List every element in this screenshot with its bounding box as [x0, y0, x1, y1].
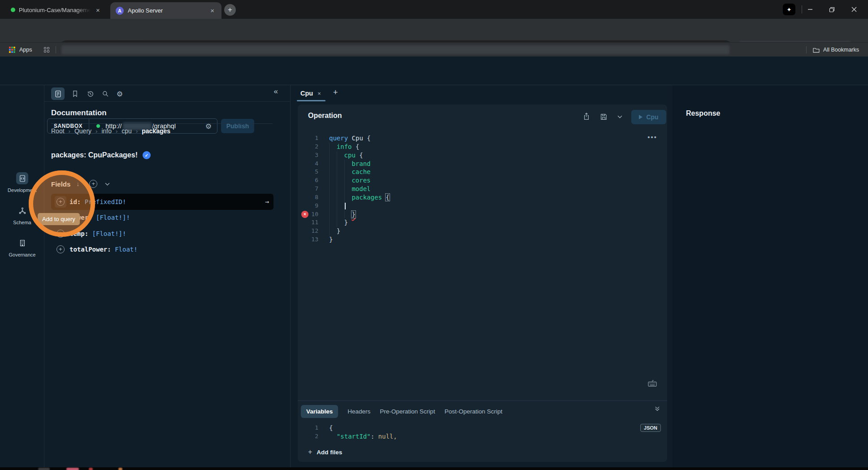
window-restore-button[interactable]	[824, 3, 839, 16]
code-line: 1query Cpu {	[298, 134, 667, 143]
add-to-query-icon[interactable]: +	[56, 230, 65, 238]
apps-label[interactable]: Apps	[19, 47, 32, 53]
indent-guide	[329, 185, 337, 193]
field-row[interactable]: +temp: [Float!]!	[51, 226, 273, 242]
indent-guide	[337, 160, 344, 168]
taskbar-item	[66, 468, 79, 470]
sidebar-item-governance[interactable]: Governance	[0, 237, 44, 257]
bookmarks-separator	[806, 46, 807, 53]
save-icon[interactable]	[600, 113, 608, 121]
plus-icon: +	[308, 448, 312, 456]
goto-field-arrow-icon[interactable]: →	[265, 198, 269, 206]
active-tab-indicator	[297, 100, 326, 101]
indent-guide	[329, 151, 337, 160]
text-cursor	[345, 203, 346, 209]
tab-close-icon[interactable]: ×	[208, 6, 216, 15]
taskbar-item	[118, 468, 122, 470]
field-row[interactable]: +id: PrefixedID!→	[51, 194, 273, 210]
indent-guide	[329, 143, 337, 151]
indent-guide	[329, 218, 337, 227]
field-name: id:	[69, 198, 85, 205]
code-line: 13}	[298, 235, 667, 244]
tab-title: Apollo Server	[128, 7, 204, 14]
apps-grid-icon[interactable]	[9, 47, 15, 53]
collapse-bottom-panel-icon[interactable]	[655, 406, 660, 411]
screen: Plutonium-Case/ManagementA × A Apollo Se…	[0, 0, 868, 470]
breadcrumb-item[interactable]: Query	[74, 127, 91, 135]
code-line: 8packages {	[298, 193, 667, 202]
code-line: 4brand	[298, 160, 667, 168]
settings-gear-icon[interactable]: ⚙	[113, 87, 126, 100]
search-icon[interactable]	[99, 87, 112, 100]
indent-guide	[337, 210, 344, 219]
field-type[interactable]: PrefixedID!	[85, 198, 126, 205]
code-line: 2 "startId": null,	[298, 432, 629, 441]
sidebar-item-label: Governance	[9, 252, 36, 257]
breadcrumb-item[interactable]: info	[101, 127, 112, 135]
window-minimize-button[interactable]	[803, 3, 818, 16]
tab-groups-icon[interactable]	[44, 47, 49, 52]
window-close-button[interactable]	[846, 3, 862, 16]
browser-assistant-sparkle-icon[interactable]: ✦	[783, 4, 795, 15]
tab-pre-operation-script[interactable]: Pre-Operation Script	[380, 408, 435, 415]
breadcrumb-item[interactable]: cpu	[122, 127, 132, 135]
run-operation-button[interactable]: Cpu	[631, 110, 666, 124]
breadcrumb-item[interactable]: Root	[51, 127, 65, 135]
operation-card: Operation Cpu ••• 1query Cpu {2info {3cp…	[298, 104, 667, 462]
line-number: 11	[298, 218, 329, 227]
apollo-header: A SANDBOX http:// /graphql ⚙ Publish ? L…	[0, 57, 868, 85]
operation-tab-cpu[interactable]: Cpu ×	[300, 90, 321, 97]
sort-down-arrow-icon[interactable]: ↓	[76, 180, 79, 187]
field-row[interactable]: +power: [Float!]!	[51, 210, 273, 226]
add-to-query-icon[interactable]: +	[56, 245, 65, 253]
documentation-tab-icon[interactable]	[51, 87, 65, 100]
save-options-chevron-icon[interactable]	[617, 115, 622, 118]
field-row[interactable]: +totalPower: Float!	[51, 242, 273, 258]
line-number: 1	[298, 134, 329, 143]
breadcrumb-separator-icon: ›	[95, 128, 97, 135]
browser-tab-plutonium[interactable]: Plutonium-Case/ManagementA ×	[6, 3, 108, 17]
schema-icon	[16, 205, 28, 217]
variables-json-editor[interactable]: 1{2 "startId": null,	[298, 424, 629, 444]
breadcrumb-item[interactable]: packages	[142, 127, 170, 135]
tab-post-operation-script[interactable]: Post-Operation Script	[444, 408, 502, 415]
add-all-fields-icon[interactable]: +	[89, 180, 97, 188]
browser-toolbar: ← → ↻ ⚠Not secure /graphql ☆	[0, 19, 868, 42]
add-files-button[interactable]: + Add files	[298, 444, 667, 460]
code-line: ×10}	[298, 210, 667, 219]
all-bookmarks-button[interactable]: All Bookmarks	[806, 43, 859, 57]
error-badge-icon[interactable]: ×	[301, 211, 308, 218]
chevron-down-icon[interactable]	[105, 183, 110, 186]
field-name: temp:	[69, 230, 92, 237]
tab-variables[interactable]: Variables	[301, 405, 338, 418]
bookmarks-separator	[56, 46, 56, 53]
tab-title: Plutonium-Case/ManagementA	[19, 7, 91, 13]
taskbar-item	[38, 468, 50, 470]
keyboard-shortcuts-icon[interactable]	[647, 379, 657, 387]
collapse-panel-icon[interactable]: «	[274, 87, 278, 96]
tab-close-icon[interactable]: ×	[94, 6, 102, 14]
line-number: 7	[298, 185, 329, 193]
format-badge: JSON	[640, 424, 661, 432]
sidebar-item-development[interactable]: Development	[0, 172, 44, 193]
new-tab-button[interactable]: +	[224, 4, 236, 16]
field-type[interactable]: [Float!]!	[92, 230, 126, 237]
indent-guide	[329, 176, 337, 185]
indent-guide	[337, 151, 344, 160]
field-type[interactable]: Float!	[115, 246, 138, 253]
line-number: 1	[298, 424, 329, 432]
bookmarks-tab-icon[interactable]	[68, 87, 82, 100]
fields-list: +id: PrefixedID!→+power: [Float!]!+temp:…	[44, 194, 291, 257]
tab-headers[interactable]: Headers	[347, 408, 370, 415]
browser-tab-apollo-server[interactable]: A Apollo Server ×	[110, 2, 221, 19]
new-operation-tab-button[interactable]: +	[333, 88, 338, 97]
field-type[interactable]: [Float!]!	[96, 214, 130, 221]
verified-check-badge-icon: ✓	[143, 151, 151, 159]
share-icon[interactable]	[583, 113, 590, 121]
close-tab-icon[interactable]: ×	[317, 90, 321, 97]
history-tab-icon[interactable]	[83, 87, 97, 100]
add-to-query-icon[interactable]: +	[56, 198, 65, 206]
line-number: 13	[298, 235, 329, 244]
graphql-query-editor[interactable]: 1query Cpu {2info {3cpu {4brand5cache6co…	[298, 134, 667, 244]
taskbar-edge	[0, 467, 868, 470]
